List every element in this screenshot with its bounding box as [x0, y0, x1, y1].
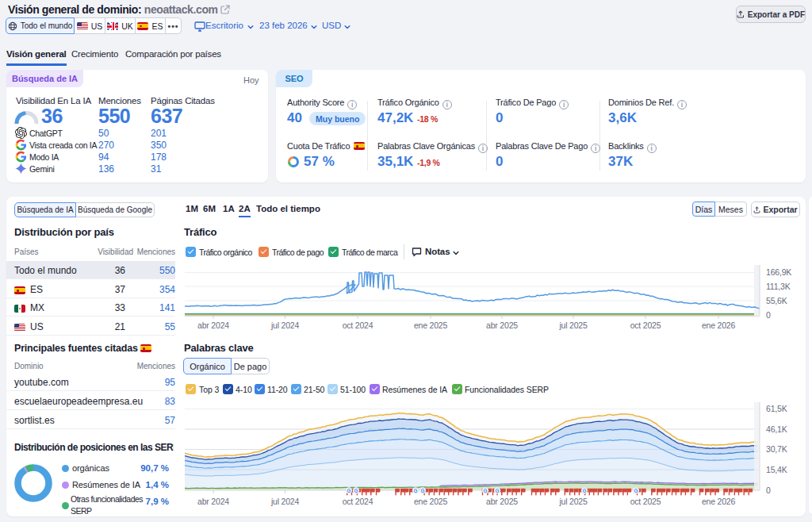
svg-text:G: G [414, 488, 418, 493]
svg-text:G: G [496, 488, 500, 493]
svg-text:G: G [634, 488, 638, 493]
svg-text:G: G [354, 488, 358, 493]
svg-text:G: G [484, 488, 488, 493]
svg-text:G: G [347, 488, 351, 493]
svg-text:G: G [421, 488, 425, 493]
svg-text:G: G [583, 488, 587, 493]
